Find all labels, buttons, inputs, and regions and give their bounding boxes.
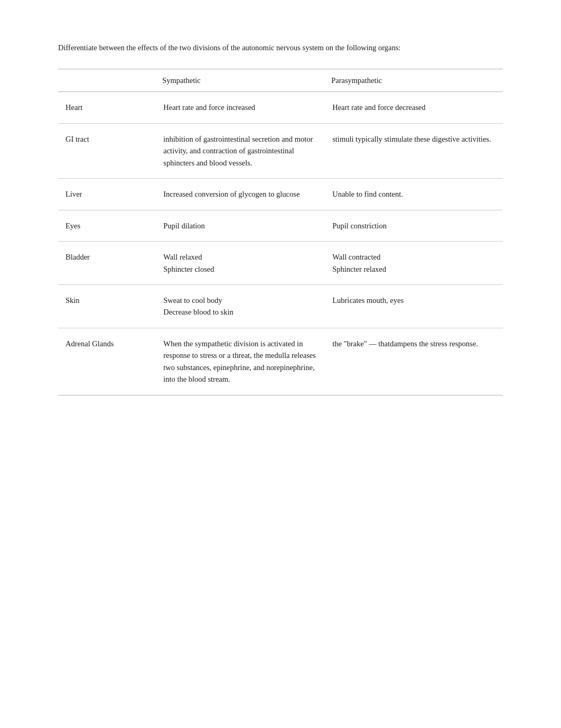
organ-cell-2: Liver (58, 179, 156, 210)
table-row: GI tractinhibition of gastrointestinal s… (58, 123, 503, 178)
table-row: Adrenal GlandsWhen the sympathetic divis… (58, 328, 503, 395)
parasympathetic-cell-2: Unable to find content. (325, 179, 503, 210)
organ-cell-4: Bladder (58, 242, 156, 285)
parasympathetic-cell-0: Heart rate and force decreased (325, 92, 503, 123)
parasympathetic-cell-1: stimuli typically stimulate these digest… (325, 123, 503, 178)
header-organ (58, 69, 156, 91)
intro-paragraph: Differentiate between the effects of the… (58, 42, 503, 54)
parasympathetic-cell-6: the "brake" — thatdampens the stress res… (325, 328, 503, 395)
sympathetic-cell-5: Sweat to cool bodyDecrease blood to skin (156, 284, 325, 328)
sympathetic-cell-2: Increased conversion of glycogen to gluc… (156, 179, 325, 210)
table-row: HeartHeart rate and force increasedHeart… (58, 92, 503, 123)
organ-cell-5: Skin (58, 284, 156, 328)
organ-cell-1: GI tract (58, 123, 156, 178)
header-parasympathetic: Parasympathetic (325, 69, 503, 91)
sympathetic-cell-0: Heart rate and force increased (156, 92, 325, 123)
table-row: LiverIncreased conversion of glycogen to… (58, 179, 503, 210)
table-row: EyesPupil dilationPupil constriction (58, 210, 503, 241)
sympathetic-cell-3: Pupil dilation (156, 210, 325, 241)
organ-cell-6: Adrenal Glands (58, 328, 156, 395)
organ-cell-3: Eyes (58, 210, 156, 241)
sympathetic-cell-6: When the sympathetic division is activat… (156, 328, 325, 395)
parasympathetic-cell-3: Pupil constriction (325, 210, 503, 241)
header-sympathetic: Sympathetic (156, 69, 325, 91)
organ-cell-0: Heart (58, 92, 156, 123)
sympathetic-cell-4: Wall relaxedSphincter closed (156, 242, 325, 285)
table-row: BladderWall relaxedSphincter closedWall … (58, 242, 503, 285)
table-header-row: Sympathetic Parasympathetic (58, 69, 503, 91)
table-row: SkinSweat to cool bodyDecrease blood to … (58, 284, 503, 328)
autonomic-table: Sympathetic Parasympathetic HeartHeart r… (58, 69, 503, 395)
parasympathetic-cell-4: Wall contractedSphincter relaxed (325, 242, 503, 285)
parasympathetic-cell-5: Lubricates mouth, eyes (325, 284, 503, 328)
sympathetic-cell-1: inhibition of gastrointestinal secretion… (156, 123, 325, 178)
